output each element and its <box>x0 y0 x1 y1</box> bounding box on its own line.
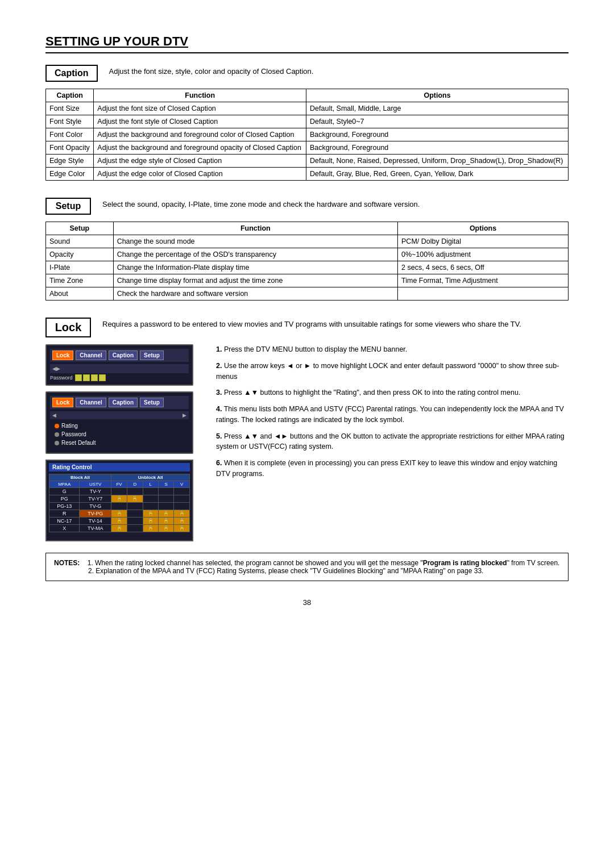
setup-cell: Time Zone <box>46 274 114 287</box>
lock-description: Requires a password to be entered to vie… <box>102 318 569 328</box>
step-6: 6. When it is complete (even in processi… <box>216 458 569 479</box>
setup-function-header: Function <box>113 222 397 235</box>
caption-table-row: Font Size Adjust the font size of Closed… <box>46 102 569 115</box>
setup-options-cell <box>398 287 569 301</box>
menu-setup-2: Setup <box>140 398 164 407</box>
setup-options-header: Options <box>398 222 569 235</box>
caption-table-row: Edge Color Adjust the edge color of Clos… <box>46 168 569 181</box>
menu-setup: Setup <box>140 350 164 360</box>
caption-options-cell: Background, Foreground <box>306 128 569 141</box>
submenu-reset: Reset Default <box>52 439 186 447</box>
caption-cell: Font Opacity <box>46 141 94 155</box>
caption-label: Caption <box>45 65 98 82</box>
caption-function-cell: Adjust the background and foreground col… <box>94 128 306 141</box>
caption-options-cell: Default, Style0~7 <box>306 115 569 128</box>
caption-function-cell: Adjust the font style of Closed Caption <box>94 115 306 128</box>
rating-table: Block All Unblock All MPAA USTV FV D L S… <box>49 474 190 532</box>
note-2: 2. Explanation of the MPAA and TV (FCC) … <box>88 567 483 575</box>
lock-content: Lock Channel Caption Setup ◀▶ Password <box>45 344 569 541</box>
lock-section: Lock Requires a password to be entered t… <box>45 318 569 541</box>
caption-function-cell: Adjust the background and foreground opa… <box>94 141 306 155</box>
caption-cell: Edge Style <box>46 155 94 168</box>
tv-screen-3: Rating Control Block All Unblock All MPA… <box>45 460 193 541</box>
setup-function-cell: Change time display format and adjust th… <box>113 274 397 287</box>
caption-function-header: Function <box>94 89 306 102</box>
setup-options-cell: 0%~100% adjustment <box>398 248 569 261</box>
caption-section: Caption Adjust the font size, style, col… <box>45 65 569 181</box>
setup-table-row: Opacity Change the percentage of the OSD… <box>46 248 569 261</box>
setup-table-row: About Check the hardware and software ve… <box>46 287 569 301</box>
setup-function-cell: Change the Information-Plate display tim… <box>113 261 397 274</box>
setup-function-cell: Change the sound mode <box>113 235 397 248</box>
setup-function-cell: Check the hardware and software version <box>113 287 397 301</box>
setup-cell: Sound <box>46 235 114 248</box>
setup-table: Setup Function Options Sound Change the … <box>45 222 569 301</box>
notes-spacing <box>82 559 86 567</box>
setup-cell: Opacity <box>46 248 114 261</box>
setup-options-cell: PCM/ Dolby Digital <box>398 235 569 248</box>
caption-cell: Font Size <box>46 102 94 115</box>
step-1: 1. Press the DTV MENU button to display … <box>216 344 569 355</box>
note-1: 1. When the rating locked channel has se… <box>88 559 560 567</box>
menu-lock: Lock <box>52 350 73 360</box>
setup-options-cell: 2 secs, 4 secs, 6 secs, Off <box>398 261 569 274</box>
caption-col-header: Caption <box>46 89 94 102</box>
caption-options-header: Options <box>306 89 569 102</box>
caption-options-cell: Default, None, Raised, Depressed, Unifor… <box>306 155 569 168</box>
caption-options-cell: Default, Small, Middle, Large <box>306 102 569 115</box>
setup-label: Setup <box>45 198 91 215</box>
setup-cell: About <box>46 287 114 301</box>
page-number: 38 <box>45 598 569 607</box>
caption-table-row: Font Color Adjust the background and for… <box>46 128 569 141</box>
setup-col-header: Setup <box>46 222 114 235</box>
caption-options-cell: Default, Gray, Blue, Red, Green, Cyan, Y… <box>306 168 569 181</box>
notes-label: NOTES: <box>54 559 80 567</box>
step-5: 5. Press ▲▼ and ◄► buttons and the OK bu… <box>216 431 569 453</box>
caption-table-row: Edge Style Adjust the edge style of Clos… <box>46 155 569 168</box>
caption-options-cell: Background, Foreground <box>306 141 569 155</box>
notes-box: NOTES: 1. When the rating locked channel… <box>45 553 569 581</box>
step-4: 4. This menu lists both MPAA and USTV (F… <box>216 404 569 425</box>
menu-lock-2: Lock <box>52 398 73 407</box>
caption-cell: Edge Color <box>46 168 94 181</box>
submenu-password: Password <box>52 430 186 439</box>
step-3: 3. Press ▲▼ buttons to highlight the "Ra… <box>216 387 569 398</box>
setup-cell: I-Plate <box>46 261 114 274</box>
lock-steps: 1. Press the DTV MENU button to display … <box>216 344 569 541</box>
setup-section: Setup Select the sound, opacity, I-Plate… <box>45 198 569 301</box>
menu-channel: Channel <box>76 350 106 360</box>
caption-cell: Font Style <box>46 115 94 128</box>
setup-table-row: I-Plate Change the Information-Plate dis… <box>46 261 569 274</box>
setup-table-row: Sound Change the sound mode PCM/ Dolby D… <box>46 235 569 248</box>
menu-channel-2: Channel <box>76 398 106 407</box>
step-2: 2. Use the arrow keys ◄ or ► to move hig… <box>216 361 569 382</box>
setup-description: Select the sound, opacity, I-Plate, time… <box>102 198 569 208</box>
caption-table-row: Font Opacity Adjust the background and f… <box>46 141 569 155</box>
setup-table-row: Time Zone Change time display format and… <box>46 274 569 287</box>
lock-images: Lock Channel Caption Setup ◀▶ Password <box>45 344 193 541</box>
caption-function-cell: Adjust the edge style of Closed Caption <box>94 155 306 168</box>
menu-caption-2: Caption <box>109 398 138 407</box>
tv-screen-1: Lock Channel Caption Setup ◀▶ Password <box>45 344 193 386</box>
setup-options-cell: Time Format, Time Adjustment <box>398 274 569 287</box>
caption-cell: Font Color <box>46 128 94 141</box>
caption-table-row: Font Style Adjust the font style of Clos… <box>46 115 569 128</box>
page-title: SETTING UP YOUR DTV <box>45 34 569 53</box>
caption-table: Caption Function Options Font Size Adjus… <box>45 89 569 181</box>
menu-caption: Caption <box>109 350 138 360</box>
caption-function-cell: Adjust the edge color of Closed Caption <box>94 168 306 181</box>
lock-label: Lock <box>45 318 91 337</box>
setup-function-cell: Change the percentage of the OSD's trans… <box>113 248 397 261</box>
submenu-rating: Rating <box>52 422 186 430</box>
tv-screen-2: Lock Channel Caption Setup ◀▶ Rating Pas… <box>45 391 193 454</box>
rating-title: Rating Control <box>49 463 190 471</box>
caption-description: Adjust the font size, style, color and o… <box>109 65 569 76</box>
caption-function-cell: Adjust the font size of Closed Caption <box>94 102 306 115</box>
